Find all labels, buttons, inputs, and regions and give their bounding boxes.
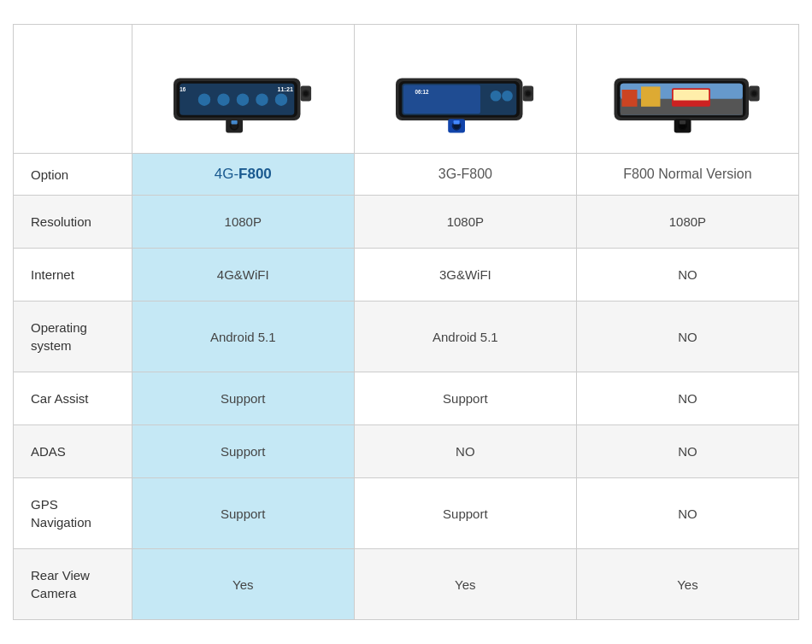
empty-header-cell bbox=[14, 25, 132, 154]
row-col1: Yes bbox=[132, 549, 354, 620]
svg-point-26 bbox=[526, 91, 530, 96]
row-col2: NO bbox=[354, 425, 576, 478]
row-col3: NO bbox=[576, 302, 798, 372]
table-row: Car Assist Support Support NO bbox=[14, 372, 799, 425]
col3-name: F800 Normal Version bbox=[623, 167, 751, 181]
row-label: Rear ViewCamera bbox=[14, 549, 132, 620]
svg-rect-36 bbox=[622, 90, 638, 107]
row-label: Operatingsystem bbox=[14, 302, 132, 372]
option-header-row: Option 4G-F800 3G-F800 F800 Normal Versi… bbox=[14, 154, 799, 196]
product-image-4g: 11:21 16 bbox=[132, 25, 354, 154]
svg-point-4 bbox=[218, 94, 230, 106]
svg-point-5 bbox=[237, 94, 249, 106]
table-row: Operatingsystem Android 5.1 Android 5.1 … bbox=[14, 302, 799, 372]
table-row: Internet 4G&WiFI 3G&WiFI NO bbox=[14, 249, 799, 302]
product-image-normal bbox=[576, 25, 798, 154]
row-col2: Android 5.1 bbox=[354, 302, 576, 372]
col1-header: 4G-F800 bbox=[132, 154, 354, 196]
svg-point-7 bbox=[275, 94, 287, 106]
svg-point-6 bbox=[256, 94, 268, 106]
row-col1: 4G&WiFI bbox=[132, 249, 354, 302]
svg-text:16: 16 bbox=[179, 86, 186, 92]
row-col2: Support bbox=[354, 478, 576, 549]
table-row: ADAS Support NO NO bbox=[14, 425, 799, 478]
col2-header: 3G-F800 bbox=[354, 154, 576, 196]
row-col2: Yes bbox=[354, 549, 576, 620]
option-label: Option bbox=[14, 154, 132, 196]
row-label: Internet bbox=[14, 249, 132, 302]
col1-name-prefix: 4G- bbox=[215, 166, 238, 182]
comparison-table: 11:21 16 bbox=[13, 24, 799, 620]
table-row: GPSNavigation Support Support NO bbox=[14, 478, 799, 549]
svg-point-12 bbox=[303, 91, 308, 96]
row-label: Resolution bbox=[14, 196, 132, 249]
row-label: Car Assist bbox=[14, 372, 132, 425]
row-label: GPSNavigation bbox=[14, 478, 132, 549]
svg-point-23 bbox=[503, 91, 514, 102]
image-row: 11:21 16 bbox=[14, 25, 799, 154]
svg-point-42 bbox=[752, 91, 756, 96]
svg-rect-37 bbox=[641, 86, 661, 106]
row-col2: 1080P bbox=[354, 196, 576, 249]
table-body: Resolution 1080P 1080P 1080P Internet 4G… bbox=[14, 196, 799, 620]
svg-text:06:12: 06:12 bbox=[415, 89, 430, 95]
row-col1: Android 5.1 bbox=[132, 302, 354, 372]
row-col2: Support bbox=[354, 372, 576, 425]
row-col1: 1080P bbox=[132, 196, 354, 249]
row-col1: Support bbox=[132, 478, 354, 549]
row-col3: NO bbox=[576, 372, 798, 425]
row-col3: NO bbox=[576, 425, 798, 478]
row-col3: 1080P bbox=[576, 196, 798, 249]
col1-name-suffix: F800 bbox=[238, 166, 272, 182]
svg-rect-39 bbox=[674, 90, 709, 101]
row-label: ADAS bbox=[14, 425, 132, 478]
svg-point-22 bbox=[491, 91, 502, 102]
row-col3: NO bbox=[576, 249, 798, 302]
svg-rect-30 bbox=[454, 120, 460, 125]
svg-rect-46 bbox=[680, 120, 685, 125]
product-image-3g: 06:12 bbox=[354, 25, 576, 154]
row-col3: Yes bbox=[576, 549, 798, 620]
row-col2: 3G&WiFI bbox=[354, 249, 576, 302]
svg-point-3 bbox=[198, 94, 210, 106]
table-row: Resolution 1080P 1080P 1080P bbox=[14, 196, 799, 249]
svg-rect-16 bbox=[232, 120, 238, 125]
col2-name: 3G-F800 bbox=[438, 167, 492, 181]
col3-header: F800 Normal Version bbox=[576, 154, 798, 196]
row-col1: Support bbox=[132, 372, 354, 425]
row-col1: Support bbox=[132, 425, 354, 478]
svg-text:11:21: 11:21 bbox=[278, 85, 293, 93]
table-row: Rear ViewCamera Yes Yes Yes bbox=[14, 549, 799, 620]
row-col3: NO bbox=[576, 478, 798, 549]
